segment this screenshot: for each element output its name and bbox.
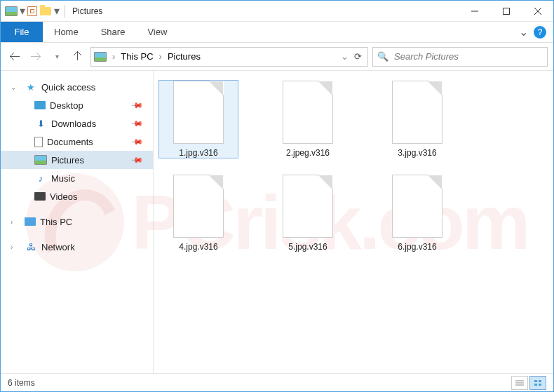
network-icon: 🖧 [25,241,37,253]
videos-icon [34,192,46,201]
sidebar-item-documents[interactable]: Documents 📌 [1,133,153,151]
sidebar-label: This PC [40,217,72,227]
breadcrumb-root[interactable]: This PC [121,51,153,62]
file-tile[interactable]: 5.jpg.v316 [269,175,347,252]
caret-icon[interactable]: ⌄ [11,83,16,91]
minimize-button[interactable] [459,1,490,22]
separator [65,5,65,18]
sidebar-quick-access[interactable]: ⌄ ★ Quick access [1,78,153,96]
file-icon [283,81,333,144]
file-name: 2.jpeg.v316 [286,148,330,158]
sidebar-item-label: Desktop [50,100,83,111]
navbar: 🡠 🡢 ▾ 🡡 › This PC › Pictures ⌄ ⟳ 🔍 [1,43,553,71]
tab-view[interactable]: View [136,22,178,42]
qat-caret-1[interactable]: ▾ [20,8,25,14]
sidebar-item-downloads[interactable]: ⬇ Downloads 📌 [1,114,153,133]
file-pane[interactable]: 1.jpg.v3162.jpeg.v3163.jpg.v3164.jpg.v31… [154,71,553,373]
file-tab[interactable]: File [1,22,43,42]
file-icon [392,81,442,144]
search-input[interactable] [394,51,543,62]
caret-icon[interactable]: › [11,218,13,226]
pictures-icon [34,154,47,166]
qat-folder-icon[interactable] [39,5,52,18]
file-icon [173,175,224,238]
sidebar-item-label: Pictures [51,155,84,165]
pin-icon: 📌 [130,98,143,111]
help-icon[interactable]: ? [534,26,546,39]
address-bar[interactable]: › This PC › Pictures ⌄ ⟳ [90,47,368,67]
sidebar-item-label: Music [51,173,75,184]
search-icon: 🔍 [377,51,389,62]
svg-rect-1 [503,8,509,14]
sidebar-label: Quick access [41,82,95,93]
documents-icon [34,137,43,147]
file-name: 1.jpg.v316 [179,148,217,158]
svg-rect-10 [539,384,541,386]
window-title: Pictures [68,6,102,16]
pin-icon: 📌 [130,116,143,130]
file-name: 4.jpg.v316 [179,242,217,252]
downloads-icon: ⬇ [34,117,47,130]
tab-home[interactable]: Home [43,22,90,42]
statusbar: 6 items [1,373,553,391]
file-tile[interactable]: 6.jpg.v316 [378,175,457,252]
maximize-button[interactable] [490,1,522,22]
file-icon [283,175,333,238]
thumbnails-view-button[interactable] [529,376,546,390]
close-button[interactable] [522,1,553,22]
expand-ribbon-icon[interactable]: ⌄ [519,25,528,39]
sidebar-item-pictures[interactable]: Pictures 📌 [1,151,153,169]
item-count: 6 items [8,378,35,388]
svg-rect-8 [539,380,541,382]
sidebar: ⌄ ★ Quick access Desktop 📌 ⬇ Downloads 📌… [1,71,154,373]
caret-icon[interactable]: › [11,243,13,251]
music-icon: ♪ [34,172,47,184]
this-pc-icon [25,217,36,226]
back-button[interactable]: 🡠 [6,48,23,65]
refresh-button[interactable]: ⟳ [351,51,365,62]
titlebar: ▾ ▾ Pictures [1,1,553,22]
sidebar-item-label: Documents [47,137,93,147]
up-button[interactable]: 🡡 [69,48,86,65]
forward-button[interactable]: 🡢 [27,48,44,65]
desktop-icon [34,101,46,109]
file-name: 3.jpg.v316 [398,148,436,158]
file-name: 6.jpg.v316 [398,242,436,252]
file-tile[interactable]: 1.jpg.v316 [159,81,238,158]
star-icon: ★ [25,81,37,93]
sidebar-item-label: Downloads [51,119,96,129]
recent-locations-button[interactable]: ▾ [48,48,65,65]
location-icon [94,50,107,63]
file-icon [392,175,442,238]
ribbon-tabs: File Home Share View ⌄ ? [1,22,553,43]
pin-icon: 📌 [130,153,143,166]
sidebar-this-pc[interactable]: › This PC [1,212,153,231]
breadcrumb-current[interactable]: Pictures [168,51,201,62]
svg-rect-7 [534,380,537,382]
pin-icon: 📌 [130,135,143,148]
details-view-button[interactable] [511,376,528,390]
sidebar-item-music[interactable]: ♪ Music [1,169,153,187]
file-name: 5.jpg.v316 [288,242,327,252]
file-tile[interactable]: 3.jpg.v316 [378,81,457,158]
system-menu-icon[interactable] [5,5,18,18]
svg-rect-9 [534,384,537,386]
file-tile[interactable]: 2.jpeg.v316 [269,81,347,158]
sidebar-network[interactable]: › 🖧 Network [1,238,153,256]
window-controls [459,1,553,22]
sidebar-item-desktop[interactable]: Desktop 📌 [1,96,153,114]
address-dropdown-icon[interactable]: ⌄ [341,51,349,62]
file-tile[interactable]: 4.jpg.v316 [159,175,238,252]
file-icon [173,81,224,144]
sidebar-item-label: Videos [50,191,78,202]
qat-caret-2[interactable]: ▾ [54,8,60,14]
chevron-right-icon[interactable]: › [156,51,165,62]
search-box[interactable]: 🔍 [372,47,548,67]
qat-properties-icon[interactable] [27,6,37,16]
sidebar-label: Network [41,242,75,252]
sidebar-item-videos[interactable]: Videos [1,187,153,205]
chevron-right-icon[interactable]: › [109,51,118,62]
tab-share[interactable]: Share [90,22,137,42]
